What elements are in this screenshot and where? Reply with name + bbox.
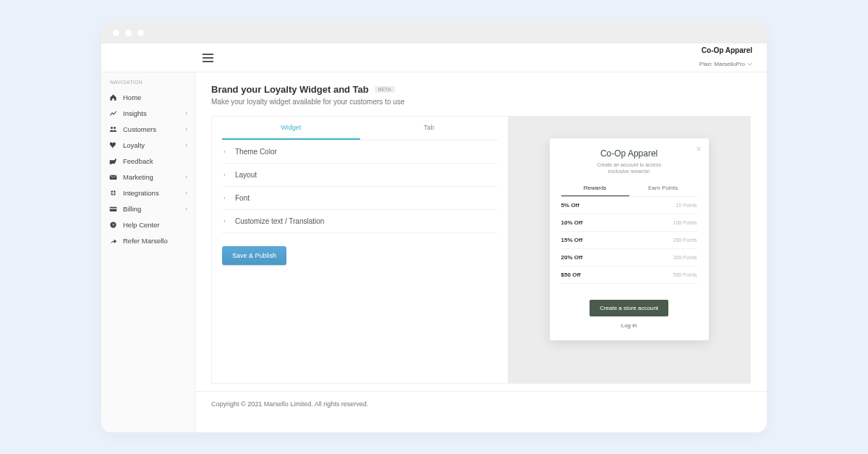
browser-window: Co-Op Apparel Plan: MarselloPro NAVIGATI… [101,22,767,432]
reward-label: 10% Off [561,219,583,226]
sidebar-item-home[interactable]: Home [101,89,195,105]
chevron-right-icon: › [185,206,187,212]
refer-icon [109,236,117,245]
editor-tabs: Widget Tab [222,117,498,140]
save-publish-button[interactable]: Save & Publish [222,246,286,265]
window-dot [137,30,144,36]
reward-label: 20% Off [561,254,583,261]
reward-label: 15% Off [561,237,583,243]
accordion-label: Font [235,194,250,202]
preview-panel: × Co-Op Apparel Create an account to acc… [508,117,750,383]
reward-row[interactable]: 20% Off 300 Points [561,249,697,266]
sidebar-item-label: Loyalty [123,141,179,149]
reward-label: $50 Off [561,272,581,278]
account-name: Co-Op Apparel [699,46,752,55]
close-icon[interactable]: × [696,144,702,154]
marketing-icon [109,172,117,181]
sidebar-item-label: Insights [123,109,179,117]
sidebar-item-label: Billing [123,205,179,213]
svg-point-1 [114,126,116,128]
sidebar-item-label: Customers [123,125,179,133]
chevron-right-icon: › [224,195,229,201]
create-account-button[interactable]: Create a store account [590,300,668,316]
sidebar-item-label: Refer Marsello [123,237,187,245]
main-content: Brand your Loyalty Widget and Tab BETA M… [195,72,767,432]
reward-row[interactable]: $50 Off 500 Points [561,266,697,284]
accordion-label: Theme Color [235,148,277,156]
reward-points: 100 Points [673,220,697,225]
svg-rect-7 [109,208,116,209]
widget-tab-earn-points[interactable]: Earn Points [629,185,697,196]
help-icon: ? [109,220,117,229]
page-title: Brand your Loyalty Widget and Tab [211,84,369,95]
app-main: NAVIGATION Home Insights › [101,72,767,432]
widget-tab-rewards[interactable]: Rewards [561,185,629,196]
page-subtitle: Make your loyalty widget available for y… [211,98,751,106]
sidebar-item-customers[interactable]: Customers › [101,121,195,137]
accordion-customize-text[interactable]: › Customize text / Translation [222,210,498,233]
tab-widget[interactable]: Widget [222,117,360,140]
reward-row[interactable]: 15% Off 200 Points [561,232,697,249]
widget-brand-name: Co-Op Apparel [561,148,697,159]
accordion-label: Layout [235,171,257,179]
reward-label: 5% Off [561,202,579,209]
sidebar-item-label: Feedback [123,157,187,165]
chevron-right-icon: › [224,172,229,178]
sidebar-item-billing[interactable]: Billing › [101,201,195,217]
loyalty-icon [109,140,117,149]
editor-panel: Widget Tab › Theme Color › Layout [212,117,508,383]
accordion-font[interactable]: › Font [222,187,498,210]
svg-rect-5 [111,192,116,193]
accordion-layout[interactable]: › Layout [222,164,498,187]
chevron-right-icon: › [185,126,187,133]
sidebar-item-label: Help Center [123,221,187,229]
svg-text:?: ? [111,222,114,227]
beta-badge: BETA [375,86,395,93]
account-switcher[interactable]: Co-Op Apparel Plan: MarselloPro [699,46,752,69]
account-plan: Plan: MarselloPro [699,61,752,68]
top-bar: Co-Op Apparel Plan: MarselloPro [101,43,767,72]
window-dot [113,30,119,36]
sidebar-item-label: Integrations [123,189,179,197]
accordion-label: Customize text / Translation [235,217,324,225]
reward-row[interactable]: 5% Off 15 Points [561,197,697,214]
chevron-right-icon: › [224,218,229,224]
chevron-right-icon: › [185,174,187,180]
browser-chrome [101,22,767,43]
chevron-down-icon [747,62,752,67]
tab-tab[interactable]: Tab [360,117,498,140]
chevron-right-icon: › [185,110,187,117]
insights-icon [109,109,117,117]
sidebar-item-label: Marketing [123,173,179,181]
reward-points: 15 Points [676,203,697,208]
home-icon [109,93,117,101]
loyalty-widget-preview: × Co-Op Apparel Create an account to acc… [550,138,709,340]
chevron-right-icon: › [185,190,187,196]
reward-points: 300 Points [673,255,697,260]
integrations-icon [109,188,117,197]
billing-icon [109,204,117,213]
hamburger-menu-button[interactable] [203,54,213,62]
sidebar-item-label: Home [123,93,187,101]
reward-points: 200 Points [673,237,697,243]
login-link[interactable]: Log in [561,321,697,330]
sidebar-item-integrations[interactable]: Integrations › [101,185,195,201]
sidebar-item-feedback[interactable]: Feedback [101,153,195,169]
chevron-right-icon: › [185,142,187,148]
editor-preview-split: Widget Tab › Theme Color › Layout [211,116,751,384]
sidebar-item-loyalty[interactable]: Loyalty › [101,137,195,153]
reward-row[interactable]: 10% Off 100 Points [561,214,697,232]
app-body: Co-Op Apparel Plan: MarselloPro NAVIGATI… [101,43,767,432]
accordion-theme-color[interactable]: › Theme Color [222,140,498,164]
sidebar-item-insights[interactable]: Insights › [101,105,195,121]
sidebar-nav: NAVIGATION Home Insights › [101,72,195,432]
reward-points: 500 Points [673,272,697,277]
sidebar-item-refer[interactable]: Refer Marsello [101,232,195,248]
widget-subtitle: Create an account to access exclusive re… [561,161,697,175]
sidebar-item-marketing[interactable]: Marketing › [101,169,195,185]
customers-icon [109,125,117,133]
widget-tabs: Rewards Earn Points [561,185,697,197]
chevron-right-icon: › [224,148,229,155]
sidebar-item-help-center[interactable]: ? Help Center [101,217,195,232]
window-dot [125,30,132,36]
